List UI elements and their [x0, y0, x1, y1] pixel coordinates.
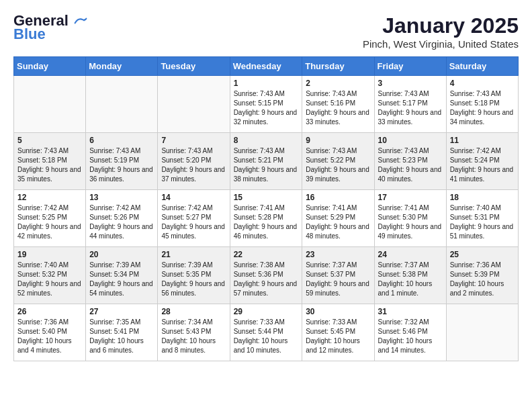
calendar-cell: 18Sunrise: 7:40 AMSunset: 5:31 PMDayligh…: [446, 190, 518, 247]
day-number: 17: [378, 193, 443, 202]
day-info: Sunrise: 7:38 AMSunset: 5:36 PMDaylight:…: [234, 261, 299, 298]
calendar-cell: 7Sunrise: 7:43 AMSunset: 5:20 PMDaylight…: [158, 133, 230, 190]
weekday-header-wednesday: Wednesday: [230, 57, 302, 76]
day-number: 20: [89, 250, 154, 259]
day-number: 13: [89, 193, 154, 202]
calendar-cell: 28Sunrise: 7:34 AMSunset: 5:43 PMDayligh…: [158, 304, 230, 361]
calendar-cell: 30Sunrise: 7:33 AMSunset: 5:45 PMDayligh…: [302, 304, 374, 361]
day-info: Sunrise: 7:41 AMSunset: 5:29 PMDaylight:…: [306, 203, 370, 241]
day-info: Sunrise: 7:43 AMSunset: 5:20 PMDaylight:…: [161, 146, 226, 184]
day-info: Sunrise: 7:43 AMSunset: 5:16 PMDaylight:…: [306, 89, 370, 127]
day-number: 31: [378, 307, 443, 316]
day-number: 30: [306, 307, 370, 316]
calendar-cell: [14, 76, 86, 133]
day-number: 24: [378, 250, 443, 259]
day-info: Sunrise: 7:43 AMSunset: 5:17 PMDaylight:…: [378, 89, 443, 127]
calendar-week-row: 26Sunrise: 7:36 AMSunset: 5:40 PMDayligh…: [14, 304, 519, 361]
month-title: January 2025: [363, 13, 519, 38]
calendar-cell: 8Sunrise: 7:43 AMSunset: 5:21 PMDaylight…: [230, 133, 302, 190]
day-info: Sunrise: 7:39 AMSunset: 5:35 PMDaylight:…: [161, 261, 226, 298]
day-info: Sunrise: 7:43 AMSunset: 5:19 PMDaylight:…: [89, 146, 154, 184]
calendar-week-row: 12Sunrise: 7:42 AMSunset: 5:25 PMDayligh…: [14, 190, 519, 247]
weekday-header-row: SundayMondayTuesdayWednesdayThursdayFrid…: [14, 57, 519, 76]
calendar-cell: 3Sunrise: 7:43 AMSunset: 5:17 PMDaylight…: [374, 76, 446, 133]
day-number: 2: [306, 79, 370, 88]
calendar-cell: 27Sunrise: 7:35 AMSunset: 5:41 PMDayligh…: [86, 304, 158, 361]
day-info: Sunrise: 7:43 AMSunset: 5:15 PMDaylight:…: [234, 89, 299, 127]
calendar-cell: 11Sunrise: 7:42 AMSunset: 5:24 PMDayligh…: [446, 133, 518, 190]
day-info: Sunrise: 7:43 AMSunset: 5:21 PMDaylight:…: [234, 146, 299, 184]
calendar-cell: 21Sunrise: 7:39 AMSunset: 5:35 PMDayligh…: [158, 247, 230, 304]
day-info: Sunrise: 7:33 AMSunset: 5:44 PMDaylight:…: [234, 318, 299, 355]
day-number: 9: [306, 136, 370, 145]
calendar-cell: 16Sunrise: 7:41 AMSunset: 5:29 PMDayligh…: [302, 190, 374, 247]
calendar-cell: 14Sunrise: 7:42 AMSunset: 5:27 PMDayligh…: [158, 190, 230, 247]
calendar-cell: 4Sunrise: 7:43 AMSunset: 5:18 PMDaylight…: [446, 76, 518, 133]
day-info: Sunrise: 7:43 AMSunset: 5:18 PMDaylight:…: [17, 146, 82, 184]
day-info: Sunrise: 7:40 AMSunset: 5:32 PMDaylight:…: [17, 261, 82, 298]
day-number: 10: [378, 136, 443, 145]
calendar-cell: 10Sunrise: 7:43 AMSunset: 5:23 PMDayligh…: [374, 133, 446, 190]
title-block: January 2025 Pinch, West Virginia, Unite…: [363, 13, 519, 50]
day-info: Sunrise: 7:43 AMSunset: 5:22 PMDaylight:…: [306, 146, 370, 184]
logo: General Blue: [13, 13, 87, 43]
logo-blue: Blue: [13, 26, 46, 43]
calendar-week-row: 19Sunrise: 7:40 AMSunset: 5:32 PMDayligh…: [14, 247, 519, 304]
day-info: Sunrise: 7:42 AMSunset: 5:26 PMDaylight:…: [89, 203, 154, 241]
weekday-header-thursday: Thursday: [302, 57, 374, 76]
calendar-cell: 5Sunrise: 7:43 AMSunset: 5:18 PMDaylight…: [14, 133, 86, 190]
day-number: 11: [450, 136, 515, 145]
day-info: Sunrise: 7:37 AMSunset: 5:38 PMDaylight:…: [378, 261, 443, 298]
calendar-cell: 15Sunrise: 7:41 AMSunset: 5:28 PMDayligh…: [230, 190, 302, 247]
day-number: 7: [161, 136, 226, 145]
calendar-cell: 12Sunrise: 7:42 AMSunset: 5:25 PMDayligh…: [14, 190, 86, 247]
weekday-header-tuesday: Tuesday: [158, 57, 230, 76]
page-header: General Blue January 2025 Pinch, West Vi…: [13, 13, 519, 50]
day-info: Sunrise: 7:36 AMSunset: 5:39 PMDaylight:…: [450, 261, 515, 298]
calendar-cell: 1Sunrise: 7:43 AMSunset: 5:15 PMDaylight…: [230, 76, 302, 133]
day-number: 23: [306, 250, 370, 259]
weekday-header-saturday: Saturday: [446, 57, 518, 76]
day-number: 21: [161, 250, 226, 259]
calendar-cell: 22Sunrise: 7:38 AMSunset: 5:36 PMDayligh…: [230, 247, 302, 304]
weekday-header-monday: Monday: [86, 57, 158, 76]
calendar-cell: 20Sunrise: 7:39 AMSunset: 5:34 PMDayligh…: [86, 247, 158, 304]
day-info: Sunrise: 7:33 AMSunset: 5:45 PMDaylight:…: [306, 318, 370, 355]
day-number: 3: [378, 79, 443, 88]
day-info: Sunrise: 7:43 AMSunset: 5:18 PMDaylight:…: [450, 89, 515, 127]
calendar-cell: 29Sunrise: 7:33 AMSunset: 5:44 PMDayligh…: [230, 304, 302, 361]
calendar-cell: [86, 76, 158, 133]
calendar-cell: 9Sunrise: 7:43 AMSunset: 5:22 PMDaylight…: [302, 133, 374, 190]
day-info: Sunrise: 7:42 AMSunset: 5:24 PMDaylight:…: [450, 146, 515, 184]
day-info: Sunrise: 7:39 AMSunset: 5:34 PMDaylight:…: [89, 261, 154, 298]
calendar-cell: 13Sunrise: 7:42 AMSunset: 5:26 PMDayligh…: [86, 190, 158, 247]
day-number: 6: [89, 136, 154, 145]
day-info: Sunrise: 7:40 AMSunset: 5:31 PMDaylight:…: [450, 203, 515, 241]
day-info: Sunrise: 7:43 AMSunset: 5:23 PMDaylight:…: [378, 146, 443, 184]
calendar-cell: 19Sunrise: 7:40 AMSunset: 5:32 PMDayligh…: [14, 247, 86, 304]
day-number: 19: [17, 250, 82, 259]
calendar-cell: 6Sunrise: 7:43 AMSunset: 5:19 PMDaylight…: [86, 133, 158, 190]
location: Pinch, West Virginia, United States: [363, 38, 519, 50]
day-number: 16: [306, 193, 370, 202]
day-info: Sunrise: 7:41 AMSunset: 5:30 PMDaylight:…: [378, 203, 443, 241]
calendar-week-row: 5Sunrise: 7:43 AMSunset: 5:18 PMDaylight…: [14, 133, 519, 190]
weekday-header-friday: Friday: [374, 57, 446, 76]
day-number: 26: [17, 307, 82, 316]
day-number: 22: [234, 250, 299, 259]
day-info: Sunrise: 7:42 AMSunset: 5:25 PMDaylight:…: [17, 203, 82, 241]
calendar-cell: 26Sunrise: 7:36 AMSunset: 5:40 PMDayligh…: [14, 304, 86, 361]
day-number: 8: [234, 136, 299, 145]
calendar-cell: 31Sunrise: 7:32 AMSunset: 5:46 PMDayligh…: [374, 304, 446, 361]
weekday-header-sunday: Sunday: [14, 57, 86, 76]
day-info: Sunrise: 7:34 AMSunset: 5:43 PMDaylight:…: [161, 318, 226, 355]
day-number: 4: [450, 79, 515, 88]
day-number: 1: [234, 79, 299, 88]
day-number: 5: [17, 136, 82, 145]
day-info: Sunrise: 7:35 AMSunset: 5:41 PMDaylight:…: [89, 318, 154, 355]
day-info: Sunrise: 7:41 AMSunset: 5:28 PMDaylight:…: [234, 203, 299, 241]
day-info: Sunrise: 7:37 AMSunset: 5:37 PMDaylight:…: [306, 261, 370, 298]
day-number: 15: [234, 193, 299, 202]
calendar-cell: 17Sunrise: 7:41 AMSunset: 5:30 PMDayligh…: [374, 190, 446, 247]
calendar-cell: 23Sunrise: 7:37 AMSunset: 5:37 PMDayligh…: [302, 247, 374, 304]
